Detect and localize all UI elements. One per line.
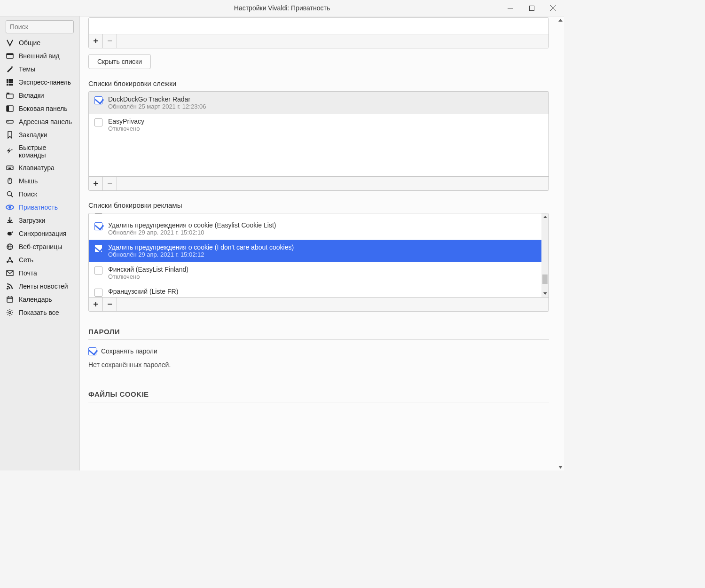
search-input[interactable] xyxy=(6,20,74,33)
svg-point-43 xyxy=(7,288,8,290)
list-item-checkbox[interactable] xyxy=(94,289,102,297)
sidebar-item-keyboard[interactable]: Клавиатура xyxy=(0,161,79,174)
list-item-checkbox[interactable] xyxy=(94,244,102,252)
svg-point-24 xyxy=(8,167,8,168)
svg-rect-10 xyxy=(7,81,8,83)
list-item-title: Удалить предупреждения о cookie (Easylis… xyxy=(108,221,536,229)
add-tracker-list-button[interactable]: + xyxy=(89,177,103,190)
list-item[interactable]: Удалить предупреждения о cookie (I don't… xyxy=(89,240,541,262)
scroll-up-icon[interactable] xyxy=(541,213,548,220)
sidebar-item-panel[interactable]: Боковая панель xyxy=(0,102,79,115)
svg-rect-44 xyxy=(7,297,13,302)
sidebar-item-appearance[interactable]: Внешний вид xyxy=(0,49,79,63)
sidebar-item-themes[interactable]: Темы xyxy=(0,63,79,76)
svg-rect-17 xyxy=(7,93,9,94)
titlebar: Настройки Vivaldi: Приватность xyxy=(0,0,564,16)
sidebar-item-calendar[interactable]: Календарь xyxy=(0,293,79,306)
svg-rect-12 xyxy=(11,81,13,83)
vivaldi-icon xyxy=(6,39,14,47)
sidebar-item-sync[interactable]: Синхронизация xyxy=(0,227,79,240)
ad-blocklist: ОтключеноУдалить предупреждения о cookie… xyxy=(88,213,549,312)
sidebar-item-mail[interactable]: Почта xyxy=(0,267,79,280)
sidebar-item-feeds[interactable]: Ленты новостей xyxy=(0,280,79,293)
minimize-button[interactable] xyxy=(499,0,521,16)
address-icon xyxy=(6,118,14,126)
no-saved-passwords-text: Нет сохранённых паролей. xyxy=(88,361,549,368)
scroll-thumb[interactable] xyxy=(542,274,548,284)
list-item-checkbox[interactable] xyxy=(94,222,102,230)
sidebar: ОбщиеВнешний видТемыЭкспресс-панельВклад… xyxy=(0,16,80,470)
custom-sources-list: + − xyxy=(88,17,549,48)
tracker-blocklist: DuckDuckGo Tracker RadarОбновлён 25 март… xyxy=(88,91,549,191)
sidebar-item-label: Закладки xyxy=(19,131,47,139)
downloads-icon xyxy=(6,216,14,225)
scroll-down-icon[interactable] xyxy=(557,463,564,470)
list-item[interactable]: Финский (EasyList Finland)Отключено xyxy=(89,262,541,284)
main-scrollbar[interactable] xyxy=(557,16,564,470)
scroll-down-icon[interactable] xyxy=(541,290,548,297)
sidebar-item-network[interactable]: Сеть xyxy=(0,253,79,267)
sidebar-item-privacy[interactable]: Приватность xyxy=(0,201,79,214)
speed-dial-icon xyxy=(6,78,14,86)
list-item[interactable]: Удалить предупреждения о cookie (Easylis… xyxy=(89,218,541,240)
sidebar-item-label: Веб-страницы xyxy=(19,243,62,251)
close-button[interactable] xyxy=(542,0,564,16)
tabs-icon xyxy=(6,91,14,100)
svg-point-25 xyxy=(9,167,10,168)
svg-line-32 xyxy=(11,196,13,197)
list-item[interactable]: Отключено xyxy=(89,213,541,218)
list-item-subtitle: Обновлён 29 апр. 2021 г. 15:02:10 xyxy=(108,229,536,236)
maximize-button[interactable] xyxy=(521,0,542,16)
list-item-title: Французский (Liste FR) xyxy=(108,288,536,295)
sidebar-item-bookmarks[interactable]: Закладки xyxy=(0,128,79,141)
svg-rect-14 xyxy=(9,84,11,86)
remove-source-button[interactable]: − xyxy=(103,34,117,48)
gear-icon xyxy=(6,308,14,317)
sidebar-item-label: Общие xyxy=(19,39,40,47)
remove-tracker-list-button[interactable]: − xyxy=(103,177,117,190)
keyboard-icon xyxy=(6,164,14,172)
list-item[interactable]: Французский (Liste FR) xyxy=(89,284,541,297)
list-item[interactable]: EasyPrivacyОтключено xyxy=(89,114,548,136)
list-item-subtitle: Отключено xyxy=(108,273,536,280)
sidebar-item-gear[interactable]: Показать все xyxy=(0,306,79,319)
save-passwords-row[interactable]: Сохранять пароли xyxy=(88,346,549,355)
svg-point-21 xyxy=(8,121,8,122)
sidebar-item-search[interactable]: Поиск xyxy=(0,188,79,201)
sidebar-item-label: Быстрые команды xyxy=(19,144,74,159)
ad-list-scrollbar[interactable] xyxy=(541,213,548,297)
svg-marker-57 xyxy=(543,216,547,218)
sidebar-item-tabs[interactable]: Вкладки xyxy=(0,89,79,102)
quick-icon: » xyxy=(6,147,14,156)
sidebar-item-label: Боковая панель xyxy=(19,105,67,112)
sidebar-item-quick[interactable]: »Быстрые команды xyxy=(0,141,79,161)
cookies-heading: ФАЙЛЫ COOKIE xyxy=(88,390,549,398)
list-item[interactable]: DuckDuckGo Tracker RadarОбновлён 25 март… xyxy=(89,92,548,114)
svg-marker-58 xyxy=(543,292,547,295)
sidebar-item-label: Приватность xyxy=(19,204,58,211)
add-ad-list-button[interactable]: + xyxy=(89,298,103,311)
sidebar-item-label: Сеть xyxy=(19,256,33,264)
add-source-button[interactable]: + xyxy=(89,34,103,48)
themes-icon xyxy=(6,65,14,73)
list-item-checkbox[interactable] xyxy=(94,118,102,126)
list-item-checkbox[interactable] xyxy=(94,96,102,104)
sidebar-item-vivaldi[interactable]: Общие xyxy=(0,36,79,49)
svg-line-55 xyxy=(8,314,8,315)
sidebar-item-label: Темы xyxy=(19,65,35,73)
remove-ad-list-button[interactable]: − xyxy=(103,298,117,311)
sidebar-item-speed-dial[interactable]: Экспресс-панель xyxy=(0,76,79,89)
sidebar-item-address[interactable]: Адресная панель xyxy=(0,115,79,128)
hide-lists-button[interactable]: Скрыть списки xyxy=(88,54,151,69)
svg-rect-13 xyxy=(7,84,8,86)
sidebar-item-label: Вкладки xyxy=(19,92,44,99)
list-item-checkbox[interactable] xyxy=(94,213,102,214)
svg-rect-35 xyxy=(7,222,13,223)
sidebar-item-label: Синхронизация xyxy=(19,230,66,237)
list-item-checkbox[interactable] xyxy=(94,267,102,274)
scroll-up-icon[interactable] xyxy=(557,16,564,24)
sidebar-item-mouse[interactable]: Мышь xyxy=(0,174,79,188)
save-passwords-checkbox[interactable] xyxy=(88,347,96,355)
sidebar-item-web[interactable]: Веб-страницы xyxy=(0,240,79,253)
sidebar-item-downloads[interactable]: Загрузки xyxy=(0,214,79,227)
